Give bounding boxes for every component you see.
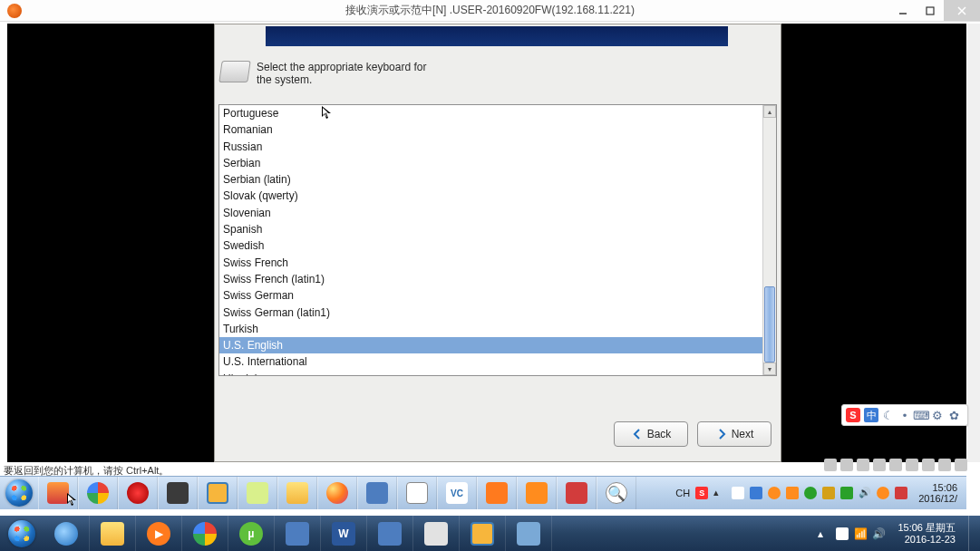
- keyboard-option[interactable]: Romanian: [219, 121, 762, 138]
- taskbar-item[interactable]: [413, 516, 460, 551]
- keyboard-option[interactable]: Swiss French: [219, 255, 762, 271]
- close-button[interactable]: [944, 0, 980, 21]
- keyboard-option[interactable]: Russian: [219, 139, 762, 155]
- taskbar-item-ie[interactable]: [44, 516, 90, 551]
- tray-chevron-up-icon[interactable]: ▴: [713, 487, 726, 499]
- keyboard-listbox[interactable]: PortugueseRomanianRussianSerbianSerbian …: [218, 104, 777, 376]
- keyboard-option[interactable]: U.S. English: [219, 337, 762, 353]
- taskbar-item[interactable]: 🔍: [597, 477, 636, 509]
- action-center-icon[interactable]: [836, 527, 849, 540]
- tray-icon[interactable]: [877, 487, 889, 499]
- utorrent-icon: µ: [239, 522, 263, 546]
- keyboard-option[interactable]: Swiss German (latin1): [219, 304, 762, 321]
- sogou-ime-toolbar[interactable]: S 中 ☾ • ⌨ ⚙ ✿: [841, 404, 968, 426]
- remote-viewer-titlebar[interactable]: 接收演示或示范中[N] .USER-20160920FW(192.168.11.…: [0, 0, 980, 22]
- keyboard-option[interactable]: Swiss French (latin1): [219, 271, 762, 287]
- taskbar-item[interactable]: [477, 477, 517, 509]
- ime-mode-toggle[interactable]: 中: [864, 408, 878, 422]
- keyboard-option[interactable]: Spanish: [219, 221, 762, 237]
- taskbar-item[interactable]: [357, 477, 397, 509]
- host-start-button[interactable]: [0, 516, 44, 551]
- status-icon: [889, 459, 902, 471]
- guest-system-tray[interactable]: CH S ▴ 🔊 15:06 2016/12/: [675, 477, 966, 509]
- tray-icon[interactable]: [804, 487, 817, 499]
- taskbar-item[interactable]: [517, 477, 557, 509]
- taskbar-item-mediaplayer[interactable]: ▶: [136, 516, 182, 551]
- back-button[interactable]: Back: [614, 421, 688, 447]
- viewer-vscrollbar[interactable]: [967, 24, 980, 462]
- tray-icon[interactable]: [822, 487, 835, 499]
- taskbar-item[interactable]: [238, 477, 277, 509]
- taskbar-item-word[interactable]: W: [321, 516, 367, 551]
- keyboard-option[interactable]: Ukrainian: [219, 371, 762, 375]
- taskbar-item[interactable]: [367, 516, 413, 551]
- maximize-button[interactable]: [917, 0, 944, 21]
- taskbar-item[interactable]: [198, 477, 238, 509]
- sogou-tray-icon[interactable]: S: [695, 487, 708, 499]
- scroll-thumb[interactable]: [764, 286, 775, 362]
- ime-punct-icon[interactable]: •: [898, 409, 911, 421]
- taskbar-item-vmware[interactable]: [460, 516, 506, 551]
- keyboard-list-scrollbar[interactable]: ▴ ▾: [762, 105, 776, 375]
- tray-chevron-up-icon[interactable]: ▴: [818, 527, 830, 540]
- tray-icon[interactable]: [786, 487, 799, 499]
- vnc-icon: VC: [446, 482, 468, 504]
- tray-icon[interactable]: [895, 487, 907, 499]
- show-desktop-button[interactable]: [968, 516, 978, 551]
- keyboard-option[interactable]: Serbian: [219, 155, 762, 171]
- volume-icon[interactable]: 🔊: [859, 487, 871, 499]
- tray-icon[interactable]: [750, 487, 762, 499]
- tray-icon[interactable]: [840, 487, 853, 499]
- ime-softkbd-icon[interactable]: ⌨: [915, 409, 927, 421]
- taskbar-item-utorrent[interactable]: µ: [228, 516, 275, 551]
- taskbar-item-explorer[interactable]: [90, 516, 136, 551]
- scroll-down-button[interactable]: ▾: [763, 362, 776, 375]
- magnifier-icon: 🔍: [606, 482, 627, 504]
- host-taskbar[interactable]: ▶ µ W ▴ 📶 🔊 15:06 星期五 2016-12-23: [0, 516, 980, 551]
- keyboard-option[interactable]: Swedish: [219, 237, 762, 254]
- keyboard-option[interactable]: Serbian (latin): [219, 171, 762, 188]
- volume-icon[interactable]: 🔊: [872, 527, 885, 540]
- status-icon: [922, 459, 935, 471]
- minimize-button[interactable]: [889, 0, 917, 21]
- remote-screen[interactable]: Select the appropriate keyboard for the …: [7, 24, 966, 462]
- lang-indicator[interactable]: CH: [675, 488, 690, 498]
- host-system-tray[interactable]: ▴ 📶 🔊 15:06 星期五 2016-12-23: [818, 516, 980, 551]
- taskbar-item[interactable]: [317, 477, 357, 509]
- taskbar-item[interactable]: [78, 477, 118, 509]
- taskbar-item[interactable]: [38, 477, 78, 509]
- taskbar-item[interactable]: [158, 477, 198, 509]
- status-icon: [938, 459, 951, 471]
- taskbar-item[interactable]: [277, 477, 317, 509]
- network-icon[interactable]: 📶: [854, 527, 867, 540]
- taskbar-item-chrome[interactable]: [182, 516, 228, 551]
- guest-start-button[interactable]: [0, 477, 38, 509]
- taskbar-item[interactable]: VC: [437, 477, 477, 509]
- next-button[interactable]: Next: [697, 421, 771, 447]
- taskbar-item[interactable]: [557, 477, 597, 509]
- taskbar-item[interactable]: [397, 477, 437, 509]
- scroll-up-button[interactable]: ▴: [763, 105, 776, 118]
- ime-settings-icon[interactable]: ⚙: [931, 409, 944, 421]
- sogou-logo-icon[interactable]: S: [846, 408, 860, 422]
- word-icon: W: [332, 522, 355, 546]
- guest-clock[interactable]: 15:06 2016/12/: [913, 482, 963, 504]
- keyboard-option[interactable]: Turkish: [219, 321, 762, 337]
- tray-icon[interactable]: [768, 487, 781, 499]
- taskbar-item[interactable]: [118, 477, 158, 509]
- ime-moon-icon[interactable]: ☾: [882, 409, 895, 421]
- keyboard-icon: [218, 61, 250, 82]
- app-icon: [424, 522, 448, 546]
- keyboard-option[interactable]: Portuguese: [219, 105, 762, 121]
- guest-taskbar[interactable]: VC 🔍 CH S ▴ 🔊 15:06 2016/12/: [0, 476, 966, 509]
- tray-flag-icon[interactable]: [732, 487, 744, 499]
- viewer-status-hint: 要返回到您的计算机，请按 Ctrl+Alt。: [4, 464, 169, 477]
- keyboard-option[interactable]: Swiss German: [219, 287, 762, 304]
- keyboard-option[interactable]: Slovak (qwerty): [219, 188, 762, 204]
- host-clock[interactable]: 15:06 星期五 2016-12-23: [890, 522, 963, 546]
- keyboard-option[interactable]: U.S. International: [219, 353, 762, 370]
- keyboard-option[interactable]: Slovenian: [219, 205, 762, 221]
- ime-skin-icon[interactable]: ✿: [947, 409, 960, 421]
- taskbar-item[interactable]: [275, 516, 321, 551]
- taskbar-item[interactable]: [506, 516, 552, 551]
